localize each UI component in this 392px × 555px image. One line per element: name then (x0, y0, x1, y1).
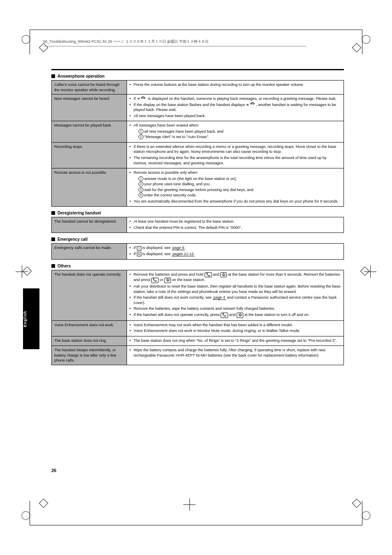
problem-label: Emergency calls cannot be made. (52, 244, 127, 259)
solution-cell: The base station does not ring when "No.… (127, 336, 344, 346)
solution-cell: If 1 is displayed, see page 9.If A is di… (127, 244, 344, 259)
problem-label: Recording stops. (52, 142, 127, 168)
problem-label: The base station does not ring. (52, 336, 127, 346)
table-row: The handset cannot be deregistered.At le… (52, 217, 344, 233)
table-row: Messages cannot be played back.All messa… (52, 121, 344, 143)
troubleshooting-table: Caller's voice cannot be heard through t… (51, 80, 344, 207)
main-content: Answerphone operationCaller's voice cann… (51, 70, 344, 365)
page-number: 26 (51, 468, 56, 473)
table-row: Caller's voice cannot be heard through t… (52, 81, 344, 94)
problem-label: The handset cannot be deregistered. (52, 217, 127, 233)
section-heading: Emergency call (51, 237, 344, 242)
solution-cell: If there is an extended silence when rec… (127, 142, 344, 168)
problem-label: The handset does not operate correctly. (52, 270, 127, 320)
section-heading: Answerphone operation (51, 74, 344, 78)
table-row: The base station does not ring.The base … (52, 336, 344, 346)
table-row: Remote access is not possible.Remote acc… (52, 168, 344, 207)
problem-label: Caller's voice cannot be heard through t… (52, 81, 127, 94)
solution-cell: Remove the batteries and press and hold … (127, 270, 344, 320)
problem-label: New messages cannot be heard. (52, 94, 127, 121)
print-header: 06_Troubleshooting_W5mk2-PCSC.fm 26 ページ … (43, 39, 306, 46)
problem-label: Remote access is not possible. (52, 168, 127, 207)
table-row: Voice Enhancement does not work.Voice En… (52, 320, 344, 336)
troubleshooting-table: The handset does not operate correctly.R… (51, 270, 344, 365)
table-row: Recording stops.If there is an extended … (52, 142, 344, 168)
solution-cell: Wipe the battery contacts and charge the… (127, 346, 344, 365)
solution-cell: Voice Enhancement may not work when the … (127, 320, 344, 336)
problem-label: Voice Enhancement does not work. (52, 320, 127, 336)
solution-cell: All messages have been erased when:all n… (127, 121, 344, 143)
troubleshooting-table: The handset cannot be deregistered.At le… (51, 217, 344, 233)
table-row: New messages cannot be heard.If ➔ is dis… (52, 94, 344, 121)
solution-cell: If ➔ is displayed on the handset, someon… (127, 94, 344, 121)
problem-label: The handset bleeps intermittently, or ba… (52, 346, 127, 365)
table-row: The handset does not operate correctly.R… (52, 270, 344, 320)
solution-cell: At least one handset must be registered … (127, 217, 344, 233)
solution-cell: Press the volume buttons at the base sta… (127, 81, 344, 94)
table-row: The handset bleeps intermittently, or ba… (52, 346, 344, 365)
section-heading: Deregistering handset (51, 211, 344, 215)
solution-cell: Remote access is possible only when:answ… (127, 168, 344, 207)
table-row: Emergency calls cannot be made.If 1 is d… (52, 244, 344, 259)
section-heading: Others (51, 264, 344, 268)
problem-label: Messages cannot be played back. (52, 121, 127, 143)
troubleshooting-table: Emergency calls cannot be made.If 1 is d… (51, 243, 344, 259)
language-tab: English (23, 288, 39, 349)
